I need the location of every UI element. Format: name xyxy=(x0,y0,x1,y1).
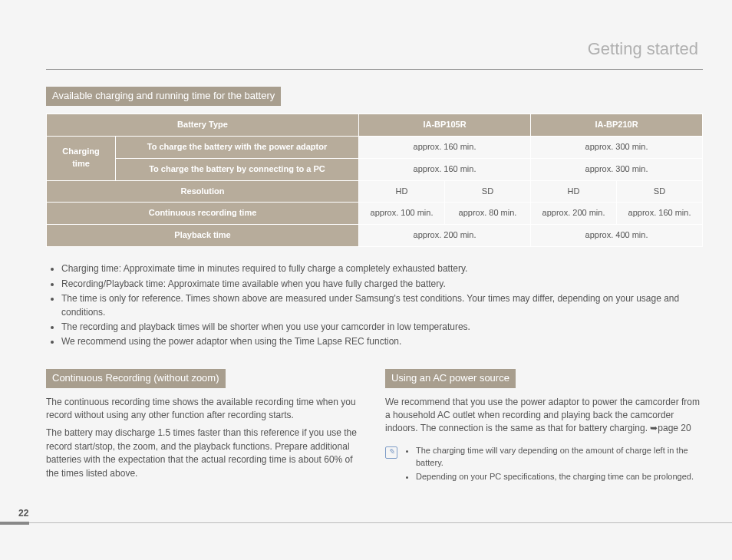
section-heading-ac: Using an AC power source xyxy=(385,369,516,388)
bottom-rule xyxy=(29,522,732,523)
td-adaptor-105: approx. 160 min. xyxy=(359,136,531,158)
td-pc-210: approx. 300 min. xyxy=(531,158,703,180)
section-heading-continuous: Continuous Recording (without zoom) xyxy=(46,369,226,388)
page-number: 22 xyxy=(18,507,28,520)
th-bp210r: IA-BP210R xyxy=(531,114,703,136)
td-play-105: approx. 200 min. xyxy=(359,225,531,247)
battery-table: Battery Type IA-BP105R IA-BP210R Chargin… xyxy=(46,114,703,248)
paragraph: The battery may discharge 1.5 times fast… xyxy=(46,427,364,480)
td-cont-105-hd: approx. 100 min. xyxy=(359,203,445,225)
td-105-hd: HD xyxy=(359,180,445,203)
page-margin-mark xyxy=(0,522,29,525)
column-right: Using an AC power source We recommend th… xyxy=(385,369,703,485)
page-title: Getting started xyxy=(46,37,703,61)
td-cont-210-hd: approx. 200 min. xyxy=(531,203,617,225)
td-105-sd: SD xyxy=(445,180,531,203)
column-left: Continuous Recording (without zoom) The … xyxy=(46,369,364,485)
th-adaptor: To charge the battery with the power ada… xyxy=(116,136,359,158)
paragraph: The continuous recording time shows the … xyxy=(46,396,364,423)
note-item: The charging time will vary depending on… xyxy=(416,445,703,469)
td-pc-105: approx. 160 min. xyxy=(359,158,531,180)
th-charging-time: Charging time xyxy=(47,136,116,180)
note-item: Charging time: Approximate time in minut… xyxy=(61,262,703,275)
note-item: The recording and playback times will be… xyxy=(61,321,703,334)
th-resolution: Resolution xyxy=(47,180,359,203)
th-playback: Playback time xyxy=(47,225,359,247)
td-play-210: approx. 400 min. xyxy=(531,225,703,247)
th-battery-type: Battery Type xyxy=(47,114,359,136)
title-rule xyxy=(46,69,703,70)
note-item: Depending on your PC specifications, the… xyxy=(416,471,703,483)
th-bp105r: IA-BP105R xyxy=(359,114,531,136)
td-adaptor-210: approx. 300 min. xyxy=(531,136,703,158)
note-item: The time is only for reference. Times sh… xyxy=(61,292,703,319)
td-210-hd: HD xyxy=(531,180,617,203)
notes-list: Charging time: Approximate time in minut… xyxy=(46,262,703,348)
note-item: Recording/Playback time: Approximate tim… xyxy=(61,278,703,291)
section-heading-battery: Available charging and running time for … xyxy=(46,87,281,106)
paragraph: We recommend that you use the power adap… xyxy=(385,396,703,436)
td-cont-105-sd: approx. 80 min. xyxy=(445,203,531,225)
note-box: ✎ The charging time will vary depending … xyxy=(385,445,703,485)
td-cont-210-sd: approx. 160 min. xyxy=(617,203,703,225)
note-icon: ✎ xyxy=(385,446,397,459)
th-continuous: Continuous recording time xyxy=(47,203,359,225)
th-pc: To charge the battery by connecting to a… xyxy=(116,158,359,180)
note-item: We recommend using the power adaptor whe… xyxy=(61,335,703,348)
td-210-sd: SD xyxy=(617,180,703,203)
